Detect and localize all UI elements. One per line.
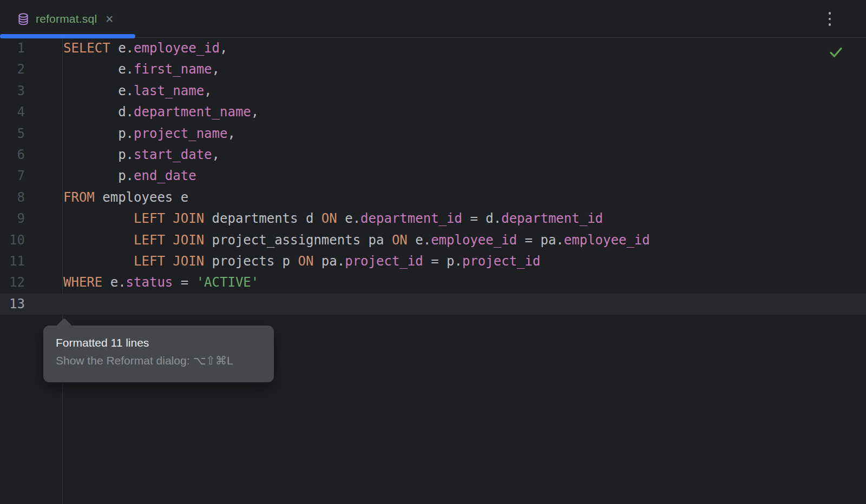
line-number[interactable]: 2 xyxy=(0,59,25,80)
code-editor[interactable]: 1SELECT e.employee_id,2 e.first_name,3 e… xyxy=(0,38,866,504)
line-number[interactable]: 11 xyxy=(0,251,25,272)
code-line-4[interactable]: 4 d.department_name, xyxy=(0,102,866,123)
code-text: e.first_name, xyxy=(63,59,220,80)
line-number[interactable]: 7 xyxy=(0,165,25,187)
code-line-6[interactable]: 6 p.start_date, xyxy=(0,144,866,165)
code-text: WHERE e.status = 'ACTIVE' xyxy=(63,272,259,293)
code-text: p.project_name, xyxy=(63,123,235,144)
line-number[interactable]: 4 xyxy=(0,102,25,123)
active-tab-indicator xyxy=(0,34,135,38)
code-line-7[interactable]: 7 p.end_date xyxy=(0,165,866,187)
code-line-9[interactable]: 9 LEFT JOIN departments d ON e.departmen… xyxy=(0,208,866,229)
code-text: e.last_name, xyxy=(63,81,212,102)
tooltip-title: Formatted 11 lines xyxy=(56,336,261,349)
code-line-3[interactable]: 3 e.last_name, xyxy=(0,81,866,102)
code-text: p.start_date, xyxy=(63,144,220,165)
code-line-10[interactable]: 10 LEFT JOIN project_assignments pa ON e… xyxy=(0,230,866,251)
database-icon xyxy=(16,12,30,26)
code-line-2[interactable]: 2 e.first_name, xyxy=(0,59,866,80)
line-number[interactable]: 5 xyxy=(0,123,25,144)
line-number[interactable]: 1 xyxy=(0,38,25,59)
line-number[interactable]: 3 xyxy=(0,81,25,102)
tab-file-name: reformat.sql xyxy=(36,12,97,25)
line-number[interactable]: 12 xyxy=(0,272,25,293)
code-text: FROM employees e xyxy=(63,187,188,208)
code-line-13[interactable]: 13 xyxy=(0,294,866,315)
code-line-1[interactable]: 1SELECT e.employee_id, xyxy=(0,38,866,59)
more-options-kebab-icon[interactable] xyxy=(823,11,836,26)
line-number[interactable]: 9 xyxy=(0,208,25,229)
code-text: LEFT JOIN departments d ON e.department_… xyxy=(63,208,603,229)
kebab-dot xyxy=(829,18,831,21)
code-line-12[interactable]: 12WHERE e.status = 'ACTIVE' xyxy=(0,272,866,293)
line-number[interactable]: 8 xyxy=(0,187,25,208)
code-line-5[interactable]: 5 p.project_name, xyxy=(0,123,866,144)
code-line-8[interactable]: 8FROM employees e xyxy=(0,187,866,208)
code-text: SELECT e.employee_id, xyxy=(63,38,227,59)
tab-reformat-sql[interactable]: reformat.sql ✕ xyxy=(0,0,135,38)
kebab-dot xyxy=(829,12,831,15)
code-text: d.department_name, xyxy=(63,102,259,123)
line-number[interactable]: 10 xyxy=(0,230,25,251)
code-text: p.end_date xyxy=(63,165,196,187)
tooltip-shortcut-hint: Show the Reformat dialog: ⌥⇧⌘L xyxy=(56,354,261,367)
editor-tab-bar: reformat.sql ✕ xyxy=(0,0,866,38)
code-text: LEFT JOIN project_assignments pa ON e.em… xyxy=(63,230,650,251)
kebab-dot xyxy=(829,23,831,26)
line-number[interactable]: 6 xyxy=(0,144,25,165)
code-line-11[interactable]: 11 LEFT JOIN projects p ON pa.project_id… xyxy=(0,251,866,272)
tab-close-icon[interactable]: ✕ xyxy=(105,14,114,24)
code-lines: 1SELECT e.employee_id,2 e.first_name,3 e… xyxy=(0,38,866,315)
line-number[interactable]: 13 xyxy=(0,294,25,315)
reformat-tooltip: Formatted 11 lines Show the Reformat dia… xyxy=(43,326,274,382)
code-text: LEFT JOIN projects p ON pa.project_id = … xyxy=(63,251,540,272)
